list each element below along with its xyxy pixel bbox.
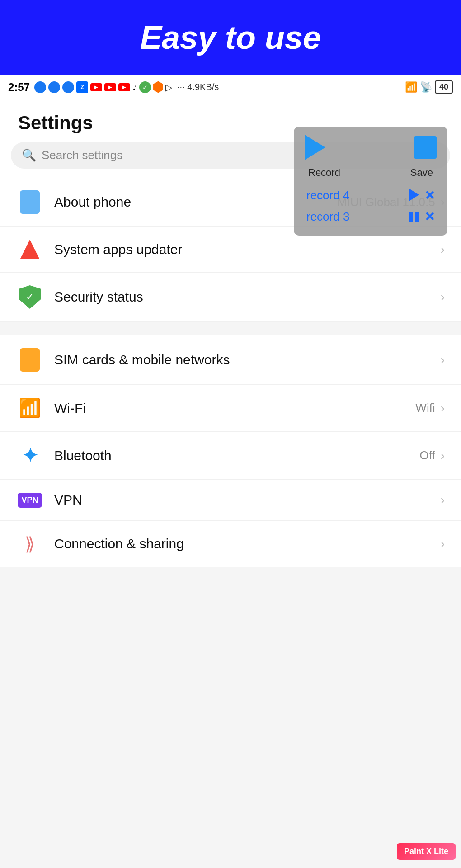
search-input-placeholder: Search settings (42, 148, 122, 162)
bluetooth-value: Off (419, 448, 435, 462)
record-row-3: record 3 ✕ (305, 206, 437, 227)
status-time: 2:57 (8, 81, 30, 94)
pause-bar-left (409, 212, 413, 222)
updater-icon (16, 240, 43, 259)
chevron-right-icon-5: › (441, 401, 445, 415)
record-name-3: record 3 (306, 210, 349, 224)
play-small-icon-4 (409, 189, 419, 201)
arrow-up-icon (20, 240, 40, 259)
record-3-pause-button[interactable] (409, 212, 419, 222)
shield-icon-wrap: ✓ (16, 285, 43, 309)
security-label: Security status (54, 289, 441, 305)
connection-icon-wrap: ⟫ (16, 533, 43, 554)
play-triangle-icon (305, 135, 325, 160)
pause-icon-3 (409, 212, 419, 222)
settings-item-security[interactable]: ✓ Security status › (0, 273, 461, 322)
sim-label: SIM cards & mobile networks (54, 352, 441, 368)
settings-divider-1 (0, 322, 461, 335)
chevron-right-icon-4: › (441, 353, 445, 367)
wifi-status-icon: 📡 (420, 81, 432, 93)
youtube-icon-3 (118, 83, 130, 91)
record-3-actions: ✕ (409, 211, 435, 223)
settings-item-connection[interactable]: ⟫ Connection & sharing › (0, 521, 461, 567)
bluetooth-label: Bluetooth (54, 448, 419, 463)
paintx-badge: Paint X Lite (397, 843, 456, 860)
vpn-icon: VPN (18, 493, 42, 508)
battery-indicator: 40 (435, 80, 453, 94)
record-3-close-button[interactable]: ✕ (424, 211, 435, 223)
settings-item-bluetooth[interactable]: ✦ Bluetooth Off › (0, 432, 461, 480)
chevron-right-icon-2: › (441, 242, 445, 257)
bluetooth-icon: ✦ (22, 444, 38, 467)
vpn-label: VPN (54, 492, 441, 508)
wifi-value: Wifi (415, 401, 435, 415)
signal-icon: 📶 (405, 81, 417, 93)
record-labels: Record Save (305, 167, 437, 179)
vpn-icon-wrap: VPN (16, 493, 43, 508)
settings-item-vpn[interactable]: VPN VPN › (0, 480, 461, 521)
record-stop-button[interactable] (414, 136, 437, 160)
youtube-icon-2 (104, 83, 116, 91)
close-icon-4: ✕ (424, 189, 435, 203)
check-icon: ✓ (139, 81, 151, 93)
record-popup: Record Save record 4 ✕ record 3 (294, 127, 447, 236)
app-header: Easy to use (0, 0, 461, 75)
sim-icon (20, 348, 40, 372)
settings-item-sim[interactable]: SIM cards & mobile networks › (0, 335, 461, 385)
facebook-icon-2 (48, 81, 60, 93)
notification-icon (153, 81, 163, 93)
app-title: Easy to use (140, 19, 321, 56)
settings-item-wifi[interactable]: 📶 Wi-Fi Wifi › (0, 385, 461, 432)
phone-icon (16, 190, 43, 214)
zalo-icon: Z (76, 81, 88, 93)
sim-icon-wrap (16, 348, 43, 372)
main-content: Settings 🔍 Search settings Record Save r… (0, 99, 461, 567)
stop-square-icon (414, 136, 437, 159)
close-icon-3: ✕ (424, 210, 435, 224)
system-apps-label: System apps updater (54, 242, 441, 257)
facebook-icon-3 (62, 81, 74, 93)
facebook-icon-1 (34, 81, 46, 93)
record-4-play-button[interactable] (409, 189, 419, 203)
record-popup-header (305, 135, 437, 161)
pause-bar-right (415, 212, 419, 222)
search-icon: 🔍 (22, 148, 36, 162)
shield-icon: ✓ (19, 285, 41, 309)
record-4-actions: ✕ (409, 189, 435, 203)
connection-icon: ⟫ (25, 533, 35, 554)
record-name-4: record 4 (306, 189, 349, 203)
settings-list: About phone MIUI Global 11.0.5 › System … (0, 178, 461, 567)
status-icons: Z ♪ ✓ ▷ ··· 4.9KB/s (34, 81, 402, 93)
wifi-icon: 📶 (19, 397, 41, 419)
record-4-close-button[interactable]: ✕ (424, 189, 435, 202)
chevron-right-icon-3: › (441, 290, 445, 304)
phone-square-icon (20, 190, 40, 214)
status-bar: 2:57 Z ♪ ✓ ▷ ··· 4.9KB/s 📶 📡 40 (0, 75, 461, 99)
save-label: Save (410, 167, 433, 179)
record-play-button[interactable] (305, 135, 325, 161)
bluetooth-icon-wrap: ✦ (16, 444, 43, 467)
tiktok-icon: ♪ (132, 82, 137, 92)
network-speed: ··· 4.9KB/s (177, 82, 219, 92)
connection-label: Connection & sharing (54, 536, 441, 552)
chevron-right-icon-6: › (441, 448, 445, 463)
record-label: Record (308, 167, 340, 179)
wifi-label: Wi-Fi (54, 401, 415, 416)
play-icon: ▷ (165, 82, 172, 93)
chevron-right-icon-7: › (441, 493, 445, 507)
youtube-icon-1 (90, 83, 102, 91)
chevron-right-icon-8: › (441, 537, 445, 551)
wifi-icon-wrap: 📶 (16, 397, 43, 419)
record-row-4: record 4 ✕ (305, 185, 437, 206)
